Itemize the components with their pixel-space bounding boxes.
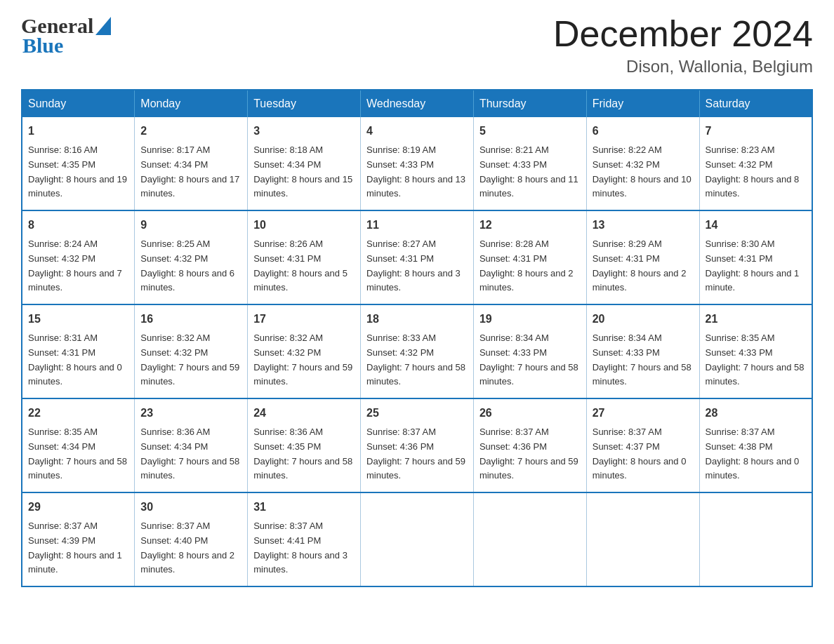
day-info: Sunrise: 8:19 AMSunset: 4:33 PMDaylight:…	[366, 143, 468, 201]
day-info: Sunrise: 8:35 AMSunset: 4:33 PMDaylight:…	[706, 331, 806, 389]
day-info: Sunrise: 8:29 AMSunset: 4:31 PMDaylight:…	[593, 237, 694, 295]
day-number: 7	[706, 123, 806, 140]
calendar-cell: 23Sunrise: 8:36 AMSunset: 4:34 PMDayligh…	[135, 398, 248, 492]
day-number: 5	[479, 123, 581, 140]
calendar-cell: 17Sunrise: 8:32 AMSunset: 4:32 PMDayligh…	[248, 304, 361, 398]
day-number: 16	[140, 311, 241, 328]
day-info: Sunrise: 8:25 AMSunset: 4:32 PMDaylight:…	[140, 237, 241, 295]
calendar-cell: 15Sunrise: 8:31 AMSunset: 4:31 PMDayligh…	[22, 304, 135, 398]
day-number: 12	[479, 217, 581, 234]
calendar-cell: 14Sunrise: 8:30 AMSunset: 4:31 PMDayligh…	[699, 210, 812, 304]
day-info: Sunrise: 8:37 AMSunset: 4:41 PMDaylight:…	[253, 519, 355, 577]
calendar-cell: 19Sunrise: 8:34 AMSunset: 4:33 PMDayligh…	[473, 304, 586, 398]
day-info: Sunrise: 8:32 AMSunset: 4:32 PMDaylight:…	[140, 331, 241, 389]
calendar-cell: 7Sunrise: 8:23 AMSunset: 4:32 PMDaylight…	[699, 117, 812, 210]
day-info: Sunrise: 8:34 AMSunset: 4:33 PMDaylight:…	[593, 331, 694, 389]
day-number: 15	[28, 311, 128, 328]
calendar-cell: 16Sunrise: 8:32 AMSunset: 4:32 PMDayligh…	[135, 304, 248, 398]
calendar-cell: 25Sunrise: 8:37 AMSunset: 4:36 PMDayligh…	[361, 398, 474, 492]
day-number: 9	[140, 217, 241, 234]
day-number: 10	[253, 217, 355, 234]
day-info: Sunrise: 8:37 AMSunset: 4:37 PMDaylight:…	[593, 425, 694, 483]
calendar-cell: 21Sunrise: 8:35 AMSunset: 4:33 PMDayligh…	[699, 304, 812, 398]
day-number: 23	[140, 405, 241, 422]
calendar-cell: 13Sunrise: 8:29 AMSunset: 4:31 PMDayligh…	[586, 210, 699, 304]
day-info: Sunrise: 8:21 AMSunset: 4:33 PMDaylight:…	[479, 143, 581, 201]
day-info: Sunrise: 8:26 AMSunset: 4:31 PMDaylight:…	[253, 237, 355, 295]
day-info: Sunrise: 8:37 AMSunset: 4:40 PMDaylight:…	[140, 519, 241, 577]
day-number: 30	[140, 499, 241, 516]
day-info: Sunrise: 8:22 AMSunset: 4:32 PMDaylight:…	[593, 143, 694, 201]
weekday-header-monday: Monday	[135, 90, 248, 117]
day-info: Sunrise: 8:36 AMSunset: 4:35 PMDaylight:…	[253, 425, 355, 483]
day-info: Sunrise: 8:35 AMSunset: 4:34 PMDaylight:…	[28, 425, 128, 483]
weekday-header-wednesday: Wednesday	[361, 90, 474, 117]
calendar-week-row: 15Sunrise: 8:31 AMSunset: 4:31 PMDayligh…	[22, 304, 812, 398]
day-number: 20	[593, 311, 694, 328]
day-number: 1	[28, 123, 128, 140]
logo: General Blue	[21, 14, 111, 58]
day-info: Sunrise: 8:23 AMSunset: 4:32 PMDaylight:…	[706, 143, 806, 201]
day-info: Sunrise: 8:36 AMSunset: 4:34 PMDaylight:…	[140, 425, 241, 483]
calendar-table: SundayMondayTuesdayWednesdayThursdayFrid…	[21, 89, 813, 587]
day-info: Sunrise: 8:31 AMSunset: 4:31 PMDaylight:…	[28, 331, 128, 389]
calendar-cell	[361, 492, 474, 586]
day-info: Sunrise: 8:33 AMSunset: 4:32 PMDaylight:…	[366, 331, 468, 389]
day-info: Sunrise: 8:32 AMSunset: 4:32 PMDaylight:…	[253, 331, 355, 389]
calendar-cell	[586, 492, 699, 586]
calendar-cell: 3Sunrise: 8:18 AMSunset: 4:34 PMDaylight…	[248, 117, 361, 210]
weekday-header-tuesday: Tuesday	[248, 90, 361, 117]
calendar-cell: 8Sunrise: 8:24 AMSunset: 4:32 PMDaylight…	[22, 210, 135, 304]
day-info: Sunrise: 8:27 AMSunset: 4:31 PMDaylight:…	[366, 237, 468, 295]
page-header: General Blue December 2024 Dison, Wallon…	[21, 14, 813, 76]
day-number: 21	[706, 311, 806, 328]
calendar-week-row: 1Sunrise: 8:16 AMSunset: 4:35 PMDaylight…	[22, 117, 812, 210]
calendar-cell: 2Sunrise: 8:17 AMSunset: 4:34 PMDaylight…	[135, 117, 248, 210]
day-number: 27	[593, 405, 694, 422]
calendar-cell: 11Sunrise: 8:27 AMSunset: 4:31 PMDayligh…	[361, 210, 474, 304]
calendar-cell: 4Sunrise: 8:19 AMSunset: 4:33 PMDaylight…	[361, 117, 474, 210]
calendar-cell: 28Sunrise: 8:37 AMSunset: 4:38 PMDayligh…	[699, 398, 812, 492]
day-number: 8	[28, 217, 128, 234]
calendar-cell: 9Sunrise: 8:25 AMSunset: 4:32 PMDaylight…	[135, 210, 248, 304]
day-number: 28	[706, 405, 806, 422]
day-info: Sunrise: 8:17 AMSunset: 4:34 PMDaylight:…	[140, 143, 241, 201]
calendar-cell: 24Sunrise: 8:36 AMSunset: 4:35 PMDayligh…	[248, 398, 361, 492]
day-info: Sunrise: 8:24 AMSunset: 4:32 PMDaylight:…	[28, 237, 128, 295]
day-number: 3	[253, 123, 355, 140]
day-number: 2	[140, 123, 241, 140]
calendar-cell: 10Sunrise: 8:26 AMSunset: 4:31 PMDayligh…	[248, 210, 361, 304]
calendar-cell: 26Sunrise: 8:37 AMSunset: 4:36 PMDayligh…	[473, 398, 586, 492]
day-number: 4	[366, 123, 468, 140]
day-info: Sunrise: 8:37 AMSunset: 4:38 PMDaylight:…	[706, 425, 806, 483]
day-number: 19	[479, 311, 581, 328]
day-number: 24	[253, 405, 355, 422]
weekday-header-row: SundayMondayTuesdayWednesdayThursdayFrid…	[22, 90, 812, 117]
day-number: 26	[479, 405, 581, 422]
weekday-header-thursday: Thursday	[473, 90, 586, 117]
day-info: Sunrise: 8:34 AMSunset: 4:33 PMDaylight:…	[479, 331, 581, 389]
calendar-cell: 30Sunrise: 8:37 AMSunset: 4:40 PMDayligh…	[135, 492, 248, 586]
day-info: Sunrise: 8:18 AMSunset: 4:34 PMDaylight:…	[253, 143, 355, 201]
day-number: 13	[593, 217, 694, 234]
day-number: 11	[366, 217, 468, 234]
calendar-cell	[473, 492, 586, 586]
day-number: 14	[706, 217, 806, 234]
day-number: 25	[366, 405, 468, 422]
calendar-cell: 18Sunrise: 8:33 AMSunset: 4:32 PMDayligh…	[361, 304, 474, 398]
day-info: Sunrise: 8:16 AMSunset: 4:35 PMDaylight:…	[28, 143, 128, 201]
calendar-cell: 20Sunrise: 8:34 AMSunset: 4:33 PMDayligh…	[586, 304, 699, 398]
day-info: Sunrise: 8:37 AMSunset: 4:36 PMDaylight:…	[479, 425, 581, 483]
day-info: Sunrise: 8:28 AMSunset: 4:31 PMDaylight:…	[479, 237, 581, 295]
weekday-header-saturday: Saturday	[699, 90, 812, 117]
day-number: 18	[366, 311, 468, 328]
calendar-cell: 29Sunrise: 8:37 AMSunset: 4:39 PMDayligh…	[22, 492, 135, 586]
location-subtitle: Dison, Wallonia, Belgium	[553, 57, 813, 76]
logo-triangle-icon	[95, 17, 111, 35]
calendar-cell: 31Sunrise: 8:37 AMSunset: 4:41 PMDayligh…	[248, 492, 361, 586]
calendar-week-row: 8Sunrise: 8:24 AMSunset: 4:32 PMDaylight…	[22, 210, 812, 304]
title-section: December 2024 Dison, Wallonia, Belgium	[553, 14, 813, 76]
calendar-cell	[699, 492, 812, 586]
calendar-cell: 5Sunrise: 8:21 AMSunset: 4:33 PMDaylight…	[473, 117, 586, 210]
day-info: Sunrise: 8:37 AMSunset: 4:36 PMDaylight:…	[366, 425, 468, 483]
